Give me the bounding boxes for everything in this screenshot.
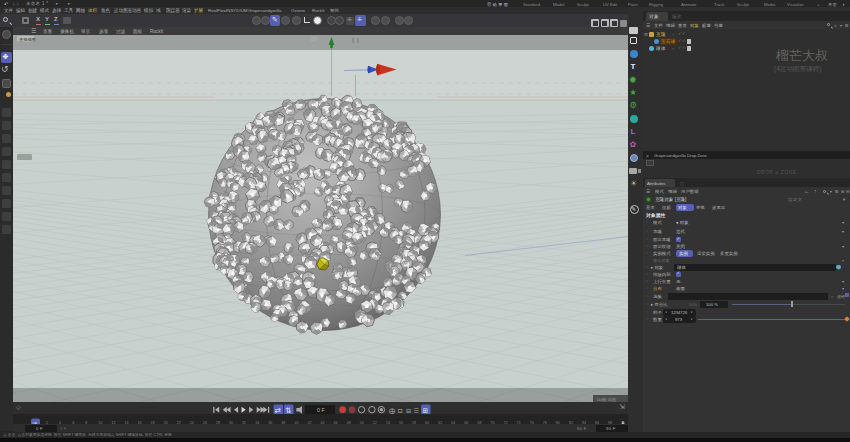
svg-text:⊟: ⊟ (406, 407, 411, 414)
svg-text:⊡: ⊡ (397, 407, 402, 414)
svg-text:⊞: ⊞ (422, 407, 428, 414)
svg-text:☰: ☰ (414, 407, 420, 414)
svg-text:透视视图: 透视视图 (19, 37, 36, 42)
svg-text:⨁: ⨁ (389, 407, 395, 414)
svg-text:0 F: 0 F (317, 407, 325, 413)
